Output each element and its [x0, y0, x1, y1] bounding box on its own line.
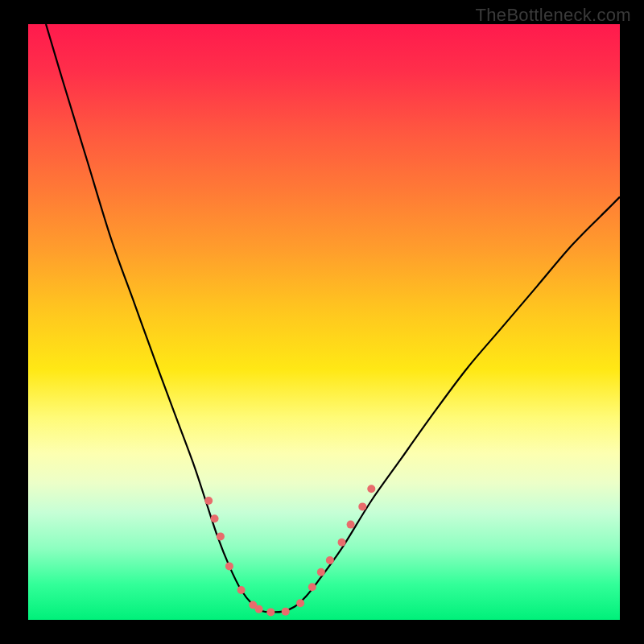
curve-svg — [28, 24, 620, 620]
data-dot — [347, 521, 355, 529]
data-dot — [266, 608, 275, 616]
data-dot — [358, 502, 366, 510]
data-dots — [204, 485, 375, 616]
plot-area — [28, 24, 620, 620]
data-dot — [326, 556, 334, 564]
chart-frame: TheBottleneck.com — [0, 0, 644, 644]
watermark-text: TheBottleneck.com — [476, 5, 631, 26]
data-dot — [282, 608, 290, 616]
data-dot — [308, 583, 316, 591]
data-dot — [317, 568, 325, 576]
data-dot — [217, 532, 225, 540]
data-dot — [211, 514, 219, 522]
data-dot — [225, 562, 233, 570]
data-dot — [338, 539, 346, 547]
data-dot — [367, 485, 375, 493]
data-dot — [255, 605, 263, 613]
data-dot — [204, 497, 213, 505]
bottleneck-curve-path — [46, 24, 620, 612]
data-dot — [296, 599, 304, 607]
data-dot — [237, 586, 246, 594]
